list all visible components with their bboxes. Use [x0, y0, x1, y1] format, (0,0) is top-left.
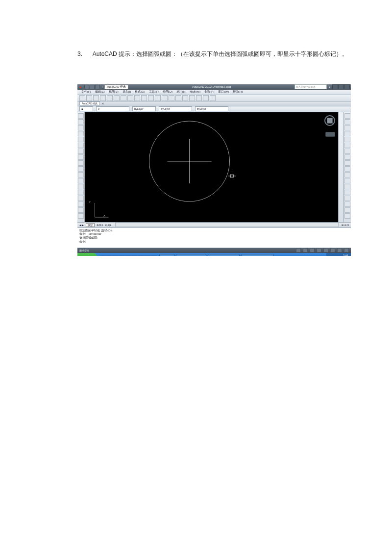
- workspace-dropdown[interactable]: AutoCAD 经典: [104, 85, 128, 89]
- draw-tool-icon[interactable]: [78, 160, 84, 166]
- menu-edit[interactable]: 编辑(E): [95, 90, 105, 94]
- horizontal-scrollbar[interactable]: [115, 223, 339, 227]
- draw-tool-icon[interactable]: [78, 149, 84, 154]
- tool-icon[interactable]: [107, 95, 113, 101]
- ql-icon[interactable]: [125, 255, 131, 256]
- tab-layout2[interactable]: 布局2: [105, 224, 111, 227]
- menu-view[interactable]: 视图(V): [109, 90, 119, 94]
- task-button[interactable]: 📁cad: [159, 254, 174, 256]
- tool-icon[interactable]: [162, 95, 168, 101]
- tool-icon[interactable]: [148, 95, 154, 101]
- draw-tool-icon[interactable]: [78, 154, 84, 160]
- tool-icon[interactable]: [86, 95, 92, 101]
- search-input[interactable]: 输入关键字或短语: [294, 84, 327, 89]
- tool-icon[interactable]: [203, 95, 209, 101]
- draw-tool-icon[interactable]: [78, 184, 84, 189]
- ql-icon[interactable]: [138, 255, 144, 256]
- tool-icon[interactable]: [79, 95, 85, 101]
- drawing-canvas[interactable]: Y X: [85, 112, 338, 222]
- tool-icon[interactable]: [155, 95, 161, 101]
- menu-modify[interactable]: 修改(M): [190, 90, 200, 94]
- menu-tools[interactable]: 工具(T): [149, 90, 159, 94]
- status-icon[interactable]: [317, 248, 321, 252]
- vertical-scrollbar[interactable]: [338, 112, 343, 222]
- draw-tool-icon[interactable]: [78, 196, 84, 201]
- status-icon[interactable]: [344, 248, 349, 252]
- draw-tool-icon[interactable]: [78, 213, 84, 219]
- modify-tool-icon[interactable]: [344, 119, 350, 125]
- tool-icon[interactable]: [189, 95, 195, 101]
- draw-tool-icon[interactable]: [78, 143, 84, 148]
- plotstyle-dropdown[interactable]: ByLayer: [195, 106, 228, 111]
- ql-icon[interactable]: [151, 255, 156, 256]
- draw-tool-icon[interactable]: [78, 202, 84, 207]
- modify-tool-icon[interactable]: [344, 172, 350, 177]
- lineweight-dropdown[interactable]: ByLayer: [159, 106, 192, 111]
- tab-model[interactable]: 模型: [86, 223, 95, 227]
- modify-tool-icon[interactable]: [344, 160, 350, 166]
- modify-tool-icon[interactable]: [344, 207, 350, 213]
- tool-icon[interactable]: [169, 95, 174, 101]
- viewcube[interactable]: [324, 115, 335, 126]
- tool-icon[interactable]: [93, 95, 99, 101]
- draw-tool-icon[interactable]: [78, 137, 84, 142]
- linetype-dropdown[interactable]: ByLayer: [132, 106, 156, 111]
- command-window[interactable]: 指定圆的半径或 [直径(D)]: 命令: _dimcenter 选择圆弧或圆: …: [77, 228, 351, 248]
- workspace-tab[interactable]: AutoCAD 经典: [79, 101, 100, 105]
- menu-format[interactable]: 格式(O): [135, 90, 145, 94]
- modify-tool-icon[interactable]: [344, 154, 350, 160]
- status-icon[interactable]: [303, 248, 308, 252]
- modify-tool-icon[interactable]: [344, 113, 350, 119]
- ql-icon[interactable]: [132, 255, 137, 256]
- menu-window[interactable]: 窗口(W): [218, 90, 229, 94]
- modify-tool-icon[interactable]: [344, 190, 350, 195]
- modify-tool-icon[interactable]: [344, 213, 350, 219]
- qat-icon[interactable]: [84, 85, 89, 89]
- menu-draw[interactable]: 绘图(D): [163, 90, 172, 94]
- qat-icon[interactable]: [90, 85, 95, 89]
- tool-icon[interactable]: [134, 95, 140, 101]
- modify-tool-icon[interactable]: [344, 196, 350, 201]
- tool-icon[interactable]: [196, 95, 202, 101]
- menu-file[interactable]: 文件(F): [81, 90, 91, 94]
- modify-tool-icon[interactable]: [344, 166, 350, 172]
- menu-dim[interactable]: 标注(N): [176, 90, 186, 94]
- modify-tool-icon[interactable]: [344, 125, 350, 130]
- tool-icon[interactable]: [121, 95, 126, 101]
- tool-icon[interactable]: [127, 95, 133, 101]
- tool-icon[interactable]: [175, 95, 181, 101]
- draw-tool-icon[interactable]: [78, 113, 84, 119]
- status-icon[interactable]: [337, 248, 342, 252]
- layer-dropdown[interactable]: 0: [96, 106, 129, 111]
- tool-icon[interactable]: [182, 95, 188, 101]
- qat-icon[interactable]: [95, 85, 100, 89]
- modify-tool-icon[interactable]: [344, 137, 350, 142]
- menu-help[interactable]: 帮助(H): [233, 90, 243, 94]
- task-button[interactable]: ▲AutoCAD 2012 - [...: [208, 254, 240, 256]
- draw-tool-icon[interactable]: [78, 172, 84, 177]
- status-icon[interactable]: [323, 248, 328, 252]
- tool-icon[interactable]: [141, 95, 147, 101]
- modify-tool-icon[interactable]: [344, 178, 350, 183]
- color-dropdown[interactable]: ■: [79, 106, 93, 111]
- draw-tool-icon[interactable]: [78, 190, 84, 195]
- modify-tool-icon[interactable]: [344, 149, 350, 154]
- status-icon[interactable]: [330, 248, 335, 252]
- tool-icon[interactable]: [114, 95, 120, 101]
- start-button[interactable]: ⊞ 开始: [77, 253, 97, 256]
- tab-layout1[interactable]: 布局1: [97, 224, 103, 227]
- window-buttons[interactable]: [332, 84, 350, 90]
- system-tray[interactable]: ◀ 🔊 0:44 星期六 2013-8-10: [326, 253, 351, 256]
- draw-tool-icon[interactable]: [78, 119, 84, 125]
- draw-tool-icon[interactable]: [78, 131, 84, 136]
- tool-icon[interactable]: [100, 95, 106, 101]
- ql-icon[interactable]: [113, 255, 118, 256]
- modify-tool-icon[interactable]: [344, 184, 350, 189]
- status-icon[interactable]: [310, 248, 315, 252]
- draw-tool-icon[interactable]: [78, 166, 84, 172]
- ql-icon[interactable]: [145, 255, 150, 256]
- task-button[interactable]: Wcad制图基础知识2...: [241, 254, 274, 256]
- draw-tool-icon[interactable]: [78, 207, 84, 213]
- modify-tool-icon[interactable]: [344, 131, 350, 136]
- nav-wheel[interactable]: [325, 132, 335, 137]
